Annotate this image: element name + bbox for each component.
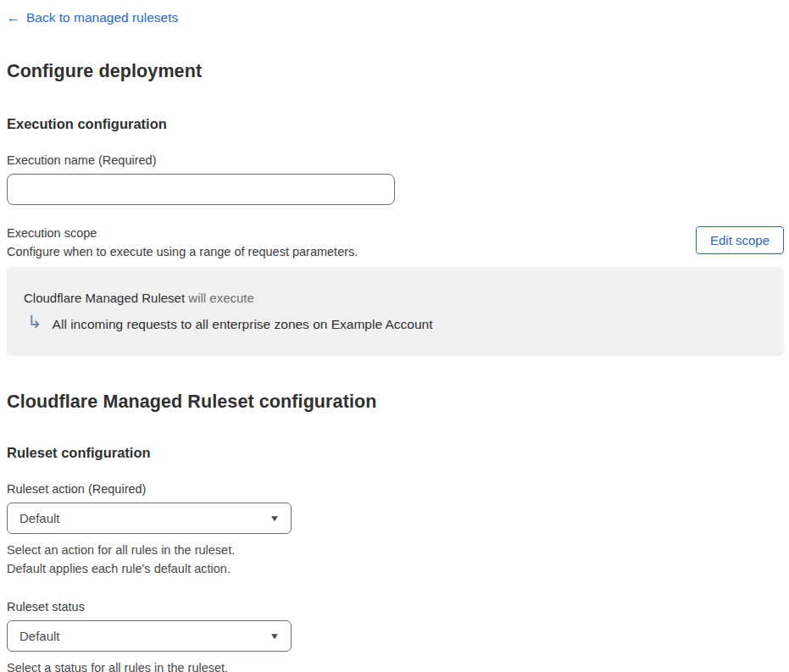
back-arrow-icon: ←: [7, 11, 20, 25]
ruleset-status-label: Ruleset status: [7, 600, 784, 614]
execution-scope-row: Execution scope Configure when to execut…: [7, 226, 784, 258]
branch-arrow-icon: ↳: [27, 313, 42, 330]
edit-scope-button[interactable]: Edit scope: [696, 226, 784, 254]
ruleset-configuration-subheading: Ruleset configuration: [7, 445, 784, 461]
scope-summary-panel: Cloudflare Managed Ruleset will execute …: [7, 267, 784, 356]
ruleset-action-selected-value: Default: [19, 511, 60, 525]
will-execute-text: will execute: [185, 291, 254, 305]
execution-configuration-heading: Execution configuration: [7, 116, 784, 132]
chevron-down-icon: ▼: [269, 514, 281, 523]
ruleset-status-help-line1: Select a status for all rules in the rul…: [7, 658, 784, 672]
chevron-down-icon: ▼: [269, 631, 281, 641]
ruleset-status-select[interactable]: Default ▼: [7, 620, 292, 652]
execution-name-input[interactable]: [7, 174, 395, 205]
ruleset-status-selected-value: Default: [19, 629, 60, 643]
page-title: Configure deployment: [7, 61, 784, 82]
ruleset-action-help: Select an action for all rules in the ru…: [7, 541, 784, 578]
ruleset-action-help-line1: Select an action for all rules in the ru…: [7, 541, 784, 559]
ruleset-action-help-line2: Default applies each rule's default acti…: [7, 559, 784, 578]
back-to-managed-rulesets-link[interactable]: ← Back to managed rulesets: [7, 10, 178, 25]
configure-deployment-page: ← Back to managed rulesets Configure dep…: [0, 0, 789, 672]
execution-name-label: Execution name (Required): [7, 153, 784, 167]
back-link-label: Back to managed rulesets: [26, 10, 178, 25]
ruleset-name-text: Cloudflare Managed Ruleset: [24, 291, 185, 305]
scope-target-row: ↳ All incoming requests to all enterpris…: [24, 315, 767, 333]
execution-scope-text: Execution scope Configure when to execut…: [7, 226, 358, 258]
execution-scope-label: Execution scope: [7, 226, 358, 240]
ruleset-status-help: Select a status for all rules in the rul…: [7, 658, 784, 672]
scope-summary-sentence: Cloudflare Managed Ruleset will execute: [24, 291, 767, 305]
ruleset-configuration-heading: Cloudflare Managed Ruleset configuration: [7, 392, 784, 413]
ruleset-action-select[interactable]: Default ▼: [7, 503, 292, 534]
scope-target-text: All incoming requests to all enterprise …: [53, 317, 433, 332]
execution-scope-description: Configure when to execute using a range …: [7, 245, 358, 258]
ruleset-action-label: Ruleset action (Required): [7, 482, 784, 496]
